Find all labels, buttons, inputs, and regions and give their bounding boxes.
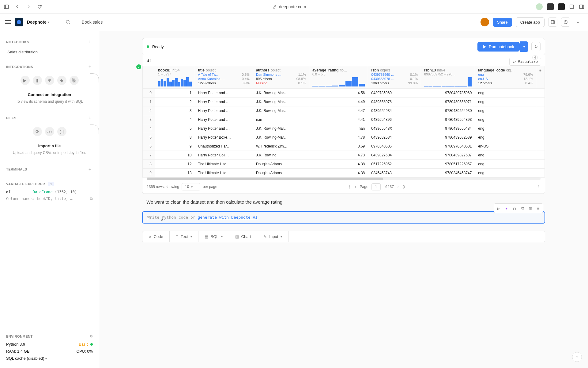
sql-cache[interactable]: SQL cache (disabled) ▾ — [6, 356, 47, 361]
add-sql-button[interactable]: ▦SQL▾ — [198, 231, 229, 242]
first-page-icon[interactable]: ⟪ — [348, 184, 351, 190]
visualize-button[interactable]: Visualize 4 — [509, 58, 541, 66]
integration-icon[interactable]: ❄ — [45, 76, 54, 85]
run-cell-icon[interactable]: ▷ — [495, 205, 502, 212]
add-code-button[interactable]: ‹›Code — [142, 231, 170, 242]
connect-desc: To view its schema and query it with SQL — [9, 99, 90, 104]
ram-label: RAM: 1.4 GB — [6, 349, 30, 354]
forward-icon[interactable] — [26, 4, 31, 10]
menu-icon[interactable] — [5, 19, 11, 25]
integration-icon[interactable]: ▶ — [21, 76, 30, 85]
per-page-select[interactable]: 10 ▾ — [182, 183, 200, 190]
per-page-label: per page — [203, 185, 217, 189]
import-desc: Upload and query CSVs or import .ipynb f… — [9, 150, 90, 155]
table-row[interactable]: 3 4 Harry Potter and … nan 4.41 04395548… — [143, 115, 545, 124]
app-header: Deepnote ▾ Book sales Share Create app ⋯ — [0, 13, 588, 31]
ai-generate-link[interactable]: generate with Deepnote AI — [198, 215, 258, 220]
column-header[interactable]: isbnobject0439785960 …0.1%0439358078 …0.… — [368, 66, 421, 89]
search-icon[interactable] — [65, 19, 71, 25]
extension-icon[interactable] — [536, 3, 543, 10]
notebooks-heading: NOTEBOOKS — [6, 40, 29, 44]
integration-icon[interactable]: 🐘 — [70, 76, 79, 85]
extension-icon[interactable] — [558, 3, 565, 10]
column-header[interactable]: bookIDint641 – 3997 — [155, 66, 195, 89]
create-app-button[interactable]: Create app — [516, 17, 545, 27]
column-header[interactable]: language_codeobj…eng79.6%en-US12.1%12 ot… — [475, 66, 536, 89]
column-header[interactable]: average_ratingflo…0.0 – 5.0 — [309, 66, 368, 89]
column-header[interactable]: authorsobjectDan Simmons …1.1%895 others… — [253, 66, 309, 89]
table-row[interactable]: 4 5 Harry Potter and … J.K. Rowling-Mar…… — [143, 124, 545, 133]
add-chart-button[interactable]: ▥Chart — [229, 231, 258, 242]
table-row[interactable]: 8 12 The Ultimate Hitc… Douglas Adams 4.… — [143, 160, 545, 169]
app-logo[interactable] — [15, 18, 23, 26]
back-icon[interactable] — [15, 4, 20, 10]
reload-icon[interactable] — [37, 4, 42, 10]
user-avatar[interactable] — [481, 18, 489, 26]
variable-row[interactable]: df DataFrame (1362, 10) — [6, 189, 93, 195]
status-dot — [147, 45, 149, 48]
markdown-cell[interactable]: We want to clean the dataset and then ca… — [142, 194, 545, 210]
column-header[interactable]: titleobjectA Tale of Tw…0.5%Anna Karenin… — [195, 66, 253, 89]
copy-icon[interactable]: ⧉ — [519, 205, 526, 212]
dataframe-table: bookIDint641 – 3997titleobjectA Tale of … — [142, 66, 545, 178]
add-input-button[interactable]: ✎Input▾ — [257, 231, 288, 242]
breadcrumb[interactable]: Book sales — [82, 20, 103, 25]
text-icon: T — [176, 234, 178, 239]
panel-icon[interactable] — [548, 17, 557, 27]
table-row[interactable]: 2 3 Harry Potter and … J.K. Rowling-Mar…… — [143, 106, 545, 115]
add-terminal-button[interactable]: + — [87, 167, 93, 172]
tabs-icon[interactable] — [579, 4, 584, 10]
column-header[interactable]: # — [536, 66, 545, 89]
last-page-icon[interactable]: ⟫ — [402, 184, 406, 190]
ai-icon[interactable]: ✦ — [503, 205, 510, 212]
history-icon[interactable] — [561, 17, 570, 27]
table-row[interactable]: 9 13 The Ultimate Hitc… Douglas Adams 4.… — [143, 169, 545, 178]
prev-page-icon[interactable]: ‹ — [354, 184, 357, 190]
add-file-button[interactable]: + — [87, 115, 93, 121]
url-bar[interactable]: deepnote.com — [48, 4, 530, 9]
delete-icon[interactable]: 🗑 — [527, 205, 534, 212]
table-row[interactable]: 0 1 Harry Potter and … J.K. Rowling-Mar…… — [143, 89, 545, 98]
notebook-status-bar: Ready Run notebook ▾ ↻ — [142, 38, 545, 55]
add-integration-button[interactable]: + — [87, 64, 93, 70]
column-header[interactable]: isbn13int648987059752 – 978… — [421, 66, 475, 89]
integration-icon[interactable]: ▮ — [33, 76, 42, 85]
notebook-item[interactable]: Sales distribution — [6, 47, 93, 57]
chart-icon: ▥ — [235, 234, 239, 239]
table-row[interactable]: 5 8 Harry Potter Boxe… J.K. Rowling-Mar…… — [143, 133, 545, 142]
file-icon[interactable]: ⟳ — [33, 127, 42, 136]
next-page-icon[interactable]: › — [397, 184, 399, 190]
cpu-label: CPU: 0% — [77, 349, 93, 354]
page-input[interactable] — [371, 183, 381, 190]
table-row[interactable]: 7 10 Harry Potter Coll… J.K. Rowling 4.7… — [143, 151, 545, 160]
extension-icon[interactable] — [547, 3, 554, 10]
terminals-heading: TERMINALS — [6, 167, 27, 171]
add-text-button[interactable]: TText▾ — [170, 231, 198, 242]
horizontal-scrollbar[interactable] — [147, 178, 541, 180]
download-icon[interactable]: ⇩ — [536, 184, 541, 190]
more-icon[interactable]: ⋯ — [574, 17, 583, 27]
run-dropdown[interactable]: ▾ — [520, 41, 528, 52]
workspace-dropdown[interactable]: Deepnote ▾ — [27, 20, 49, 25]
table-row[interactable]: 1 2 Harry Potter and … J.K. Rowling-Mar…… — [143, 98, 545, 106]
comment-icon[interactable]: ▢ — [511, 205, 518, 212]
dataframe-cell: ✓ df Visualize 4 bookIDint641 – 3997titl… — [142, 55, 545, 194]
env-tier[interactable]: Basic — [79, 342, 93, 347]
help-button[interactable]: ? — [572, 352, 582, 362]
extension-icon[interactable] — [569, 4, 575, 10]
restart-icon[interactable]: ↻ — [531, 42, 541, 51]
run-notebook-button[interactable]: Run notebook — [477, 42, 520, 52]
add-notebook-button[interactable]: + — [87, 39, 93, 45]
gear-icon[interactable]: ⚙ — [90, 334, 93, 338]
csv-icon[interactable]: CSV — [45, 127, 54, 136]
table-row[interactable]: 6 9 Unauthorized Har… W. Frederick Zim… … — [143, 142, 545, 151]
share-button[interactable]: Share — [493, 18, 512, 27]
varexp-heading: VARIABLE EXPLORER — [6, 182, 45, 186]
integration-icon[interactable]: ◆ — [57, 76, 66, 85]
sidebar-toggle-icon[interactable] — [4, 4, 9, 10]
open-icon[interactable]: ⧉ — [90, 197, 93, 201]
more-icon[interactable]: ≡ — [535, 205, 542, 212]
workspace-name: Deepnote — [27, 20, 47, 25]
code-cell[interactable]: ▷ ✦ ▢ ⧉ 🗑 ≡ Write Python code or generat… — [142, 211, 545, 224]
github-icon[interactable]: ◯ — [57, 127, 66, 136]
